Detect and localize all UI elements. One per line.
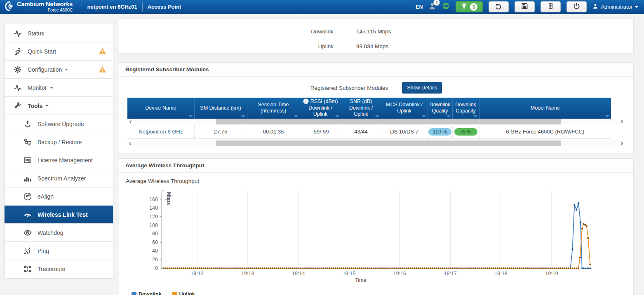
upgrade-icon — [24, 120, 32, 128]
table-cell: 27.75 — [194, 125, 247, 139]
cambium-logo-icon — [3, 1, 17, 13]
uplink-value: 99.034 Mbps — [356, 43, 388, 49]
power-button[interactable] — [566, 1, 587, 12]
language-selector[interactable]: EN — [416, 4, 423, 10]
throughput-chart: 19:1219:1319:1419:1519:1619:1719:1819:19… — [119, 185, 633, 290]
scroll-left-icon[interactable] — [127, 140, 134, 146]
svg-text:120: 120 — [149, 214, 158, 220]
average-wireless-throughput-panel: Average Wireless Throughput Average Wire… — [119, 158, 634, 295]
chevron-down-icon — [50, 87, 53, 89]
column-header-downlink[interactable]: DownlinkQuality — [428, 98, 452, 119]
sidebar-item-software-upgrade[interactable]: Software Upgrade — [5, 115, 113, 133]
table-cell: -59/-59 — [300, 125, 341, 139]
column-header-mcs-downlink-[interactable]: MCS Downlink /Uplink — [381, 98, 428, 119]
column-header-sm-distance-km-[interactable]: SM Distance (km) — [194, 98, 247, 119]
sidebar-item-label: Monitor — [28, 84, 47, 91]
sort-icon — [335, 115, 339, 117]
ealign-icon — [24, 192, 32, 201]
table-cell: 6 GHz Force 4600C (ROW/FCC) — [479, 125, 611, 139]
sidebar-item-label: Tools — [28, 103, 42, 109]
sidebar-item-label: Traceroute — [38, 266, 65, 272]
svg-text:Mbps: Mbps — [166, 192, 172, 205]
legend-item-downlink: Downlink — [132, 291, 162, 295]
show-details-button[interactable]: Show Details — [402, 82, 442, 94]
scroll-left-icon[interactable] — [127, 119, 134, 125]
table-scrollbar-bottom — [127, 140, 625, 146]
sidebar-item-ealign[interactable]: eAlign — [5, 187, 113, 206]
svg-text:19:13: 19:13 — [241, 271, 254, 276]
notifications-button[interactable]: 1 — [428, 2, 436, 12]
sidebar-item-status[interactable]: Status — [5, 24, 113, 42]
scrollbar-thumb[interactable] — [216, 140, 561, 146]
tips-button[interactable]: 5 — [456, 1, 483, 12]
globe-button[interactable] — [442, 2, 450, 12]
svg-text:160: 160 — [149, 197, 158, 202]
sidebar-item-wireless-link-test[interactable]: Wireless Link Test — [5, 206, 113, 224]
lightbulb-icon — [461, 3, 467, 11]
wrench-icon — [14, 102, 22, 110]
person-icon — [592, 3, 598, 10]
save-button[interactable] — [515, 1, 535, 12]
sidebar-item-watchdog[interactable]: Watchdog — [5, 224, 113, 242]
chart-title: Average Wireless Throughput — [119, 173, 633, 185]
sort-icon — [241, 115, 245, 117]
header-divider — [142, 2, 143, 12]
scroll-right-icon[interactable] — [619, 140, 625, 146]
sidebar-item-label: Configuration — [28, 66, 62, 73]
sidebar-item-label: Wireless Link Test — [38, 211, 88, 218]
downlink-label: Downlink — [119, 28, 334, 35]
sidebar-item-ping[interactable]: Ping — [5, 242, 113, 260]
sidebar-item-label: Ping — [38, 248, 49, 254]
scroll-right-icon[interactable] — [619, 119, 625, 125]
main-content: Downlink 145.115 Mbps Uplink 99.034 Mbps… — [119, 18, 634, 295]
svg-text:19:17: 19:17 — [444, 271, 457, 276]
sidebar-item-label: Spectrum Analyzer — [38, 175, 86, 182]
device-name-link[interactable]: Netpoint en 6 GHz — [127, 125, 194, 139]
sidebar-item-tools[interactable]: Tools — [5, 97, 113, 115]
legend-label: Downlink — [139, 291, 162, 295]
spectrum-icon — [24, 174, 32, 183]
table-scrollbar-top — [127, 119, 625, 125]
sidebar-item-label: Software Upgrade — [38, 121, 84, 127]
sidebar-item-backup-restore[interactable]: Backup / Restore — [5, 133, 113, 151]
column-header-device-name[interactable]: Device Name — [127, 98, 194, 119]
downlink-capacity-badge: 75 % — [454, 128, 477, 136]
software-update-button[interactable] — [541, 1, 561, 12]
sidebar-item-spectrum-analyzer[interactable]: Spectrum Analyzer — [5, 169, 113, 187]
chevron-down-icon — [45, 105, 49, 107]
column-header-rssi-dbm-[interactable]: RSSI (dBm)Downlink / Uplink — [300, 98, 341, 119]
legend-label: Uplink — [179, 291, 195, 295]
column-header-snr-db-[interactable]: SNR (dB)Downlink / Uplink — [341, 98, 381, 119]
runner-icon — [14, 47, 22, 56]
backup-icon — [24, 138, 32, 146]
uplink-label: Uplink — [119, 43, 334, 49]
undo-button[interactable] — [489, 1, 509, 12]
sidebar-item-quick-start[interactable]: Quick Start — [5, 42, 113, 61]
sidebar-item-label: eAlign — [38, 193, 54, 200]
column-header-session-time[interactable]: Session Time(hh:mm:ss) — [247, 98, 300, 119]
panel-title: Average Wireless Throughput — [119, 159, 633, 173]
svg-text:40: 40 — [152, 248, 158, 254]
sidebar-item-license-management[interactable]: License Management — [5, 151, 113, 169]
warning-icon — [99, 66, 106, 73]
header-divider — [82, 2, 82, 12]
ping-icon — [24, 247, 32, 255]
svg-text:19:14: 19:14 — [292, 271, 305, 276]
legend-swatch — [132, 292, 136, 295]
column-header-downlink[interactable]: DownlinkCapacity — [452, 98, 479, 119]
sidebar-item-traceroute[interactable]: Traceroute — [5, 260, 113, 278]
username: Administrator — [601, 4, 632, 10]
user-menu[interactable]: Administrator — [592, 3, 638, 10]
sidebar-item-label: License Management — [38, 157, 93, 164]
sort-icon — [447, 115, 451, 117]
device-name: netpoint en 6GHz01 — [87, 4, 137, 10]
sort-icon — [605, 115, 609, 117]
sidebar-item-monitor[interactable]: Monitor — [5, 79, 113, 97]
sidebar: StatusQuick StartConfigurationMonitorToo… — [4, 24, 113, 279]
sidebar-item-label: Status — [28, 30, 44, 37]
gear-icon — [14, 66, 22, 74]
scrollbar-thumb[interactable] — [216, 119, 561, 124]
sort-icon — [422, 115, 426, 117]
sidebar-item-configuration[interactable]: Configuration — [5, 61, 113, 79]
column-header-model-name[interactable]: Model Name — [479, 98, 611, 119]
